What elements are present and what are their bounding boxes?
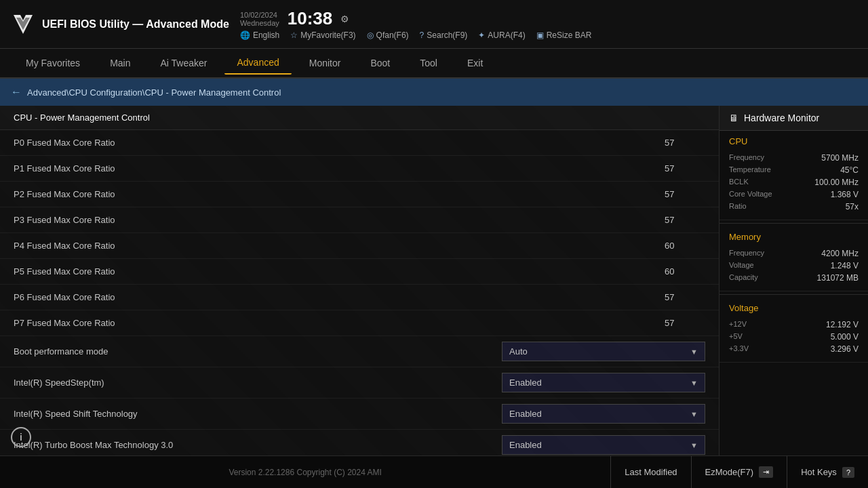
globe-icon: 🌐: [240, 30, 250, 40]
mem-freq-row: Frequency 4200 MHz: [729, 249, 859, 258]
cpu-frequency-row: Frequency 5700 MHz: [729, 153, 859, 163]
dropdown-arrow-speedshift: ▼: [690, 410, 698, 418]
hotkeys-key: ?: [842, 467, 854, 478]
aura-icon: ✦: [478, 30, 485, 40]
p2-label: P2 Fused Max Core Ratio: [14, 189, 665, 199]
turboboost-dropdown[interactable]: Enabled ▼: [502, 435, 705, 455]
toolbar-aura-label: AURA(F4): [488, 30, 525, 40]
p2-value: 57: [665, 189, 705, 199]
cpu-corevolt-row: Core Voltage 1.368 V: [729, 190, 859, 199]
nav-ai-tweaker[interactable]: Ai Tweaker: [148, 52, 219, 74]
toolbar-resizebar[interactable]: ▣ ReSize BAR: [536, 30, 592, 40]
row-p6[interactable]: P6 Fused Max Core Ratio 57: [0, 285, 719, 310]
sidebar-title-text: Hardware Monitor: [744, 113, 819, 123]
row-p3[interactable]: P3 Fused Max Core Ratio 57: [0, 207, 719, 233]
main-layout: CPU - Power Management Control P0 Fused …: [0, 106, 868, 455]
cpu-bclk-label: BCLK: [729, 178, 749, 187]
toolbar-search[interactable]: ? Search(F9): [420, 30, 468, 40]
toolbar-aura[interactable]: ✦ AURA(F4): [478, 30, 525, 40]
info-icon[interactable]: i: [11, 427, 31, 447]
section-title: CPU - Power Management Control: [14, 113, 150, 123]
nav-tool[interactable]: Tool: [408, 52, 450, 74]
divider-2: [719, 294, 868, 295]
memory-monitor-section: Memory Frequency 4200 MHz Voltage 1.248 …: [719, 226, 868, 291]
boot-perf-value: Auto: [509, 346, 528, 357]
date-display: 10/02/2024Wednesday: [240, 11, 279, 27]
dropdown-arrow-turbo: ▼: [690, 441, 698, 449]
sidebar-title: 🖥 Hardware Monitor: [719, 106, 868, 131]
mem-cap-value: 131072 MB: [817, 273, 859, 283]
row-p7[interactable]: P7 Fused Max Core Ratio 57: [0, 310, 719, 336]
speedstep-dropdown[interactable]: Enabled ▼: [502, 373, 705, 392]
volt-5v-value: 5.000 V: [831, 332, 859, 342]
dropdown-arrow-boot: ▼: [690, 348, 698, 356]
volt-12v-label: +12V: [729, 320, 747, 329]
cpu-corevolt-label: Core Voltage: [729, 190, 772, 199]
fan-icon: ◎: [367, 30, 374, 40]
header: UEFI BIOS Utility — Advanced Mode 10/02/…: [0, 0, 868, 49]
section-header: CPU - Power Management Control: [0, 106, 719, 130]
cpu-bclk-value: 100.00 MHz: [814, 178, 859, 187]
mem-cap-label: Capacity: [729, 273, 758, 283]
footer-version: Version 2.22.1286 Copyright (C) 2024 AMI: [0, 468, 610, 477]
row-p2[interactable]: P2 Fused Max Core Ratio 57: [0, 182, 719, 207]
row-p5[interactable]: P5 Fused Max Core Ratio 60: [0, 259, 719, 285]
cpu-temp-label: Temperature: [729, 165, 771, 175]
mem-volt-label: Voltage: [729, 261, 754, 270]
mem-volt-row: Voltage 1.248 V: [729, 261, 859, 270]
nav-monitor[interactable]: Monitor: [297, 52, 353, 74]
hardware-monitor-sidebar: 🖥 Hardware Monitor CPU Frequency 5700 MH…: [719, 106, 868, 455]
settings-icon[interactable]: ⚙: [340, 14, 349, 24]
cpu-temp-value: 45°C: [840, 165, 859, 175]
toolbar-myfavorite[interactable]: ☆ MyFavorite(F3): [290, 30, 355, 40]
back-icon[interactable]: ←: [11, 86, 22, 98]
mem-volt-value: 1.248 V: [831, 261, 859, 270]
speedshift-label: Intel(R) Speed Shift Technology: [14, 409, 502, 419]
voltage-section-title: Voltage: [729, 303, 859, 316]
footer-buttons: Last Modified EzMode(F7) ⇥ Hot Keys ?: [610, 456, 868, 489]
p0-label: P0 Fused Max Core Ratio: [14, 138, 665, 148]
footer-last-modified[interactable]: Last Modified: [610, 456, 690, 489]
search-icon: ?: [420, 30, 425, 40]
row-p0[interactable]: P0 Fused Max Core Ratio 57: [0, 130, 719, 156]
toolbar-search-label: Search(F9): [427, 30, 467, 40]
row-speedstep[interactable]: Intel(R) SpeedStep(tm) Enabled ▼: [0, 367, 719, 399]
content-area: CPU - Power Management Control P0 Fused …: [0, 106, 719, 455]
speedshift-dropdown[interactable]: Enabled ▼: [502, 404, 705, 424]
voltage-monitor-section: Voltage +12V 12.192 V +5V 5.000 V +3.3V …: [719, 298, 868, 363]
toolbar-qfan[interactable]: ◎ Qfan(F6): [367, 30, 409, 40]
nav-main[interactable]: Main: [98, 52, 142, 74]
row-turboboost[interactable]: Intel(R) Turbo Boost Max Technology 3.0 …: [0, 430, 719, 455]
favorite-icon: ☆: [290, 30, 298, 40]
cpu-freq-label: Frequency: [729, 153, 764, 163]
row-p1[interactable]: P1 Fused Max Core Ratio 57: [0, 156, 719, 182]
toolbar-english-label: English: [253, 30, 279, 40]
p3-label: P3 Fused Max Core Ratio: [14, 215, 665, 225]
boot-perf-label: Boot performance mode: [14, 346, 502, 357]
p0-value: 57: [665, 138, 705, 148]
p6-label: P6 Fused Max Core Ratio: [14, 292, 665, 302]
nav-boot[interactable]: Boot: [358, 52, 402, 74]
hotkeys-label: Hot Keys: [801, 467, 837, 477]
last-modified-label: Last Modified: [625, 467, 677, 477]
resize-icon: ▣: [536, 30, 544, 40]
footer-hotkeys[interactable]: Hot Keys ?: [787, 456, 868, 489]
row-p4[interactable]: P4 Fused Max Core Ratio 60: [0, 233, 719, 259]
cpu-freq-value: 5700 MHz: [821, 153, 859, 163]
row-boot-perf[interactable]: Boot performance mode Auto ▼: [0, 336, 719, 367]
nav-exit[interactable]: Exit: [455, 52, 495, 74]
row-speedshift[interactable]: Intel(R) Speed Shift Technology Enabled …: [0, 399, 719, 430]
datetime-row: 10/02/2024Wednesday 10:38 ⚙: [240, 8, 857, 29]
speedshift-value: Enabled: [509, 409, 542, 419]
nav-my-favorites[interactable]: My Favorites: [14, 52, 92, 74]
nav-bar: My Favorites Main Ai Tweaker Advanced Mo…: [0, 49, 868, 79]
header-title: UEFI BIOS Utility — Advanced Mode: [42, 18, 229, 30]
nav-advanced[interactable]: Advanced: [224, 52, 291, 75]
speedstep-value: Enabled: [509, 378, 542, 388]
footer-ezmode[interactable]: EzMode(F7) ⇥: [691, 456, 787, 489]
turboboost-label: Intel(R) Turbo Boost Max Technology 3.0: [14, 440, 502, 450]
toolbar-english[interactable]: 🌐 English: [240, 30, 279, 40]
boot-perf-dropdown[interactable]: Auto ▼: [502, 342, 705, 361]
logo-area: UEFI BIOS Utility — Advanced Mode: [11, 12, 229, 37]
ezmode-key: ⇥: [759, 466, 773, 478]
